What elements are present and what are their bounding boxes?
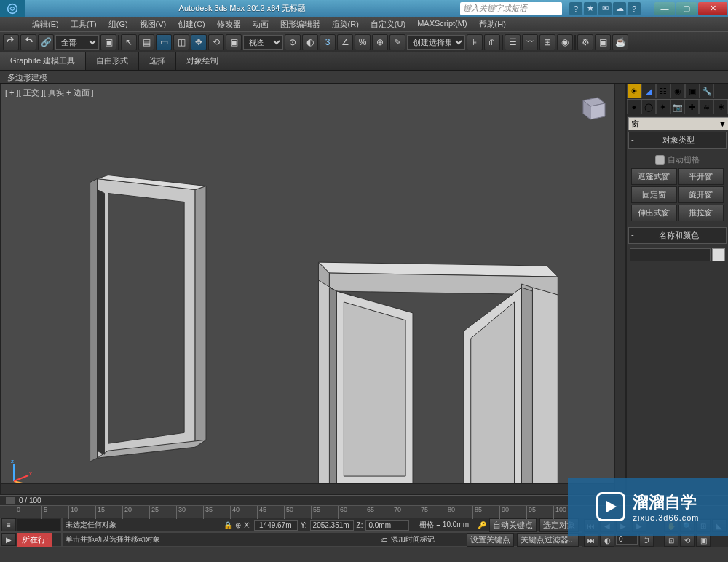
select-button[interactable]: ▣ [100, 34, 116, 50]
manip-button[interactable]: ◐ [302, 34, 318, 50]
menu-help[interactable]: 帮助(H) [473, 17, 512, 31]
tab-freeform[interactable]: 自由形式 [86, 52, 139, 70]
percent-snap-button[interactable]: % [355, 34, 371, 50]
add-timetag[interactable]: 添加时间标记 [391, 534, 435, 545]
tab-graphite[interactable]: Graphite 建模工具 [0, 52, 86, 70]
tab-selection[interactable]: 选择 [139, 52, 176, 70]
y-coord[interactable]: 2052.351m [310, 520, 354, 531]
window-crossing-button[interactable]: ◫ [173, 34, 189, 50]
menu-rendering[interactable]: 渲染(R) [326, 17, 365, 31]
render-button[interactable]: ☕ [612, 34, 628, 50]
close-button[interactable]: ✕ [698, 2, 727, 15]
menu-group[interactable]: 组(G) [103, 17, 134, 31]
setkey-button[interactable]: 设置关键点 [467, 533, 514, 547]
link-button[interactable]: 🔗 [38, 34, 54, 50]
cameras-icon[interactable]: 📷 [670, 100, 685, 114]
render-frame-button[interactable]: ▣ [595, 34, 611, 50]
mirror-button[interactable]: ⊧ [467, 34, 483, 50]
viewport-scroll-v[interactable] [614, 84, 625, 494]
lock-icon[interactable]: 🔒 [223, 521, 232, 529]
more-icon[interactable]: ? [628, 2, 641, 15]
btn-fixed[interactable]: 固定窗 [631, 186, 677, 203]
schematic-button[interactable]: ⊞ [539, 34, 555, 50]
menu-edit[interactable]: 编辑(E) [26, 17, 65, 31]
spacewarps-icon[interactable]: ≋ [699, 100, 713, 114]
menu-views[interactable]: 视图(V) [134, 17, 173, 31]
object-color-swatch[interactable] [712, 248, 725, 261]
redo-button[interactable] [20, 34, 36, 50]
motion-tab-icon[interactable]: ◉ [670, 84, 685, 98]
lights-icon[interactable]: ✦ [656, 100, 670, 114]
autokey-button[interactable]: 自动关键点 [489, 518, 537, 532]
undo-button[interactable] [3, 34, 19, 50]
autogrid-checkbox[interactable]: 自动栅格 [630, 153, 725, 167]
move-button[interactable]: ✥ [191, 34, 207, 50]
scale-button[interactable]: ▣ [226, 34, 242, 50]
rollout-namecolor[interactable]: -名称和颜色 [628, 227, 727, 244]
ribbon-sub[interactable]: 多边形建模 [0, 71, 728, 84]
x-coord[interactable]: -1449.67m [254, 520, 298, 531]
location-button[interactable]: 所在行: [17, 533, 52, 547]
render-setup-button[interactable]: ⚙ [577, 34, 593, 50]
pivot-button[interactable]: ⊙ [285, 34, 301, 50]
timetag-icon[interactable]: 🏷 [381, 536, 388, 544]
named-selection-sets[interactable]: 创建选择集 [407, 35, 465, 50]
minimize-button[interactable]: — [654, 2, 675, 15]
menu-modifiers[interactable]: 修改器 [211, 17, 247, 31]
help-icon[interactable]: ? [569, 2, 582, 15]
maxscript-mini-button[interactable]: ≡ [1, 518, 16, 531]
btn-projected[interactable]: 伸出式窗 [631, 205, 677, 221]
category-dropdown[interactable]: 窗▼ [628, 117, 728, 130]
viewport-scroll-h[interactable] [1, 483, 614, 494]
angle-snap-button[interactable]: ∠ [337, 34, 353, 50]
comm-icon[interactable]: ✉ [598, 2, 612, 15]
modify-tab-icon[interactable]: ◢ [641, 84, 656, 98]
select-region-button[interactable]: ▭ [156, 34, 172, 50]
layers-button[interactable]: ☰ [505, 34, 521, 50]
btn-pivoted[interactable]: 旋开窗 [678, 186, 724, 203]
utilities-tab-icon[interactable]: 🔧 [700, 84, 714, 98]
coord-icon[interactable]: ⊕ [235, 521, 241, 529]
maximize-button[interactable]: ▢ [676, 2, 697, 15]
mini-listener[interactable] [17, 519, 60, 531]
shapes-icon[interactable]: ◯ [641, 100, 656, 114]
btn-awning[interactable]: 遮篷式窗 [631, 168, 677, 185]
material-editor-button[interactable]: ◉ [557, 34, 573, 50]
btn-casement[interactable]: 平开窗 [678, 168, 724, 185]
select-object-button[interactable]: ↖ [121, 34, 137, 50]
cloud-icon[interactable]: ☁ [613, 2, 626, 15]
menu-grapheditors[interactable]: 图形编辑器 [274, 17, 326, 31]
viewport[interactable]: [ + ][ 正交 ][ 真实 + 边面 ] [0, 84, 626, 495]
geometry-icon[interactable]: ● [627, 100, 641, 114]
prompt-icon[interactable]: ▶ [1, 533, 16, 546]
create-tab-icon[interactable]: ☀ [627, 84, 641, 98]
ref-coord-system[interactable]: 视图 [243, 35, 283, 50]
search-input[interactable]: 键入关键字或短语 [460, 2, 562, 15]
helpers-icon[interactable]: ✚ [684, 100, 699, 114]
time-slider-handle[interactable] [6, 497, 15, 504]
tab-objectpaint[interactable]: 对象绘制 [176, 52, 229, 70]
rollout-objecttype[interactable]: -对象类型 [628, 132, 727, 149]
menu-animation[interactable]: 动画 [247, 17, 274, 31]
menu-maxscript[interactable]: MAXScript(M) [411, 17, 472, 31]
z-coord[interactable]: 0.0mm [365, 520, 409, 531]
key-icon[interactable]: 🔑 [478, 521, 486, 529]
menu-customize[interactable]: 自定义(U) [365, 17, 411, 31]
app-logo[interactable] [0, 0, 25, 17]
object-name-field[interactable] [630, 248, 711, 261]
edit-named-sel-button[interactable]: ✎ [389, 34, 405, 50]
select-name-button[interactable]: ▤ [138, 34, 154, 50]
info-icon[interactable]: ★ [584, 2, 597, 15]
menu-tools[interactable]: 工具(T) [65, 17, 103, 31]
hierarchy-tab-icon[interactable]: ☷ [656, 84, 670, 98]
display-tab-icon[interactable]: ▣ [685, 84, 700, 98]
menu-create[interactable]: 创建(C) [172, 17, 210, 31]
align-button[interactable]: ⫙ [484, 34, 500, 50]
curve-editor-button[interactable]: 〰 [522, 34, 538, 50]
rotate-button[interactable]: ⟲ [208, 34, 224, 50]
snap-button[interactable]: 3 [320, 34, 336, 50]
spinner-snap-button[interactable]: ⊕ [372, 34, 388, 50]
systems-icon[interactable]: ✱ [713, 100, 728, 114]
btn-sliding[interactable]: 推拉窗 [678, 205, 724, 221]
selection-filter[interactable]: 全部 [55, 35, 99, 50]
